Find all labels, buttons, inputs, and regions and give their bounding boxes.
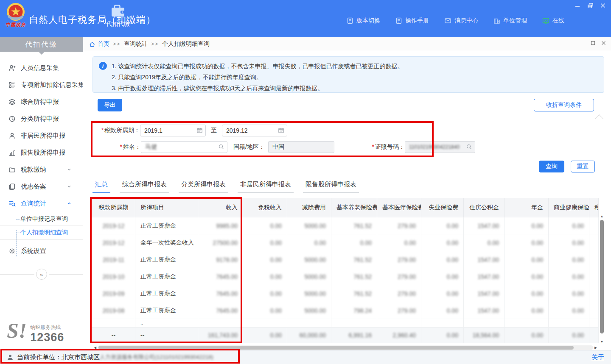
sidebar-item-query-statistics[interactable]: 查询统计 [0,195,83,212]
tab-classified-income[interactable]: 分类所得申报表 [179,181,228,193]
scroll-up-arrow-icon[interactable]: ▲ [599,214,605,219]
maximize-tab-icon[interactable] [591,41,595,45]
tab-comprehensive-income[interactable]: 综合所得申报表 [120,181,169,193]
horizontal-scrollbar-thumb[interactable] [98,346,574,350]
vertical-scrollbar[interactable]: ▲ ▼ [599,214,605,345]
table-cell: 0.00 [243,234,287,251]
sidebar-item-classified-income[interactable]: 分类所得申报 [0,110,83,127]
search-button[interactable]: 查询 [539,161,564,172]
scroll-down-arrow-icon[interactable]: ▼ [599,339,605,345]
documents-icon [8,183,16,190]
id-number-label: *证照号码： [334,143,405,151]
sidebar-item-tax-payment[interactable]: 税款缴纳 [0,161,83,178]
period-from-input[interactable]: 2019.1 [140,125,206,136]
sidebar-item-preferential-filing[interactable]: 优惠备案 [0,178,83,195]
close-tab-icon[interactable] [601,41,606,45]
message-center-button[interactable]: 消息中心 [444,17,478,25]
table-cell: 0.00 [421,234,464,251]
summary-table-wrap: 税款所属期所得项目收入免税收入减除费用基本养老保险费基本医疗保险费失业保险费住房… [92,198,598,343]
layers-icon [8,98,16,106]
breadcrumb-home[interactable]: 首页 [89,40,109,48]
table-cell: 1547.00 [464,217,504,234]
wallet-icon [110,4,126,18]
table-cell: 0.00 [243,251,287,268]
name-input[interactable]: 马健 [141,141,227,153]
table-cell [589,302,599,319]
person-plus-icon [8,64,16,72]
chevron-down-icon [67,184,72,189]
sidebar-item-personnel-info[interactable]: 人员信息采集 [0,59,83,76]
id-number-input[interactable]: 110102199304221840 [405,141,475,153]
sidebar-item-label: 非居民所得申报 [21,132,77,140]
table-cell: 6,991.16 [331,328,377,343]
table-cell [589,328,599,343]
table-header-cell: 收入 [198,198,243,217]
scroll-right-arrow-icon[interactable]: ▶ [593,346,598,350]
sidebar-item-comprehensive-income[interactable]: 综合所得申报 [0,93,83,110]
scroll-left-arrow-icon[interactable]: ◀ [92,346,98,350]
table-cell: 27500.00 [198,234,243,251]
vertical-scrollbar-thumb[interactable] [600,220,604,333]
minimize-button[interactable] [574,2,581,9]
export-button[interactable]: 导出 [98,99,122,111]
app-title: 自然人电子税务局（扣缴端） [29,14,156,26]
nationality-input[interactable]: 中国 [268,141,334,153]
folder-wallet-icon [8,166,16,173]
table-cell: 正常工资薪金 [135,285,198,302]
tab-daikou-daijiao[interactable]: 代扣代缴 [101,4,135,37]
bar-chart-icon [8,149,16,156]
period-from-value: 2019.1 [144,127,163,134]
restore-button[interactable] [586,2,594,9]
manual-button[interactable]: 操作手册 [395,17,429,25]
person-icon [8,132,16,139]
table-cell [589,251,599,268]
required-asterisk: * [372,143,374,150]
period-to-input[interactable]: 2019.12 [222,125,287,136]
national-emblem-icon [6,2,25,22]
search-icon[interactable] [466,144,472,150]
table-cell [331,319,377,328]
sidebar-item-restricted-shares[interactable]: 限售股所得申报 [0,144,83,161]
table-header-cell: 住房公积金 [464,198,504,217]
sidebar-collapse-button[interactable]: « [36,269,47,280]
current-unit-blurred: 人力资源服务有限公司(121101021993042218) [100,353,213,361]
period-to-value: 2019.12 [226,127,248,134]
table-cell: 全年一次性奖金收入 [135,234,198,251]
logo-caption: 中国税务 [3,22,28,28]
online-status[interactable]: 在线 [542,17,564,25]
table-cell: 279.00 [377,302,421,319]
table-cell: 761.52 [331,285,377,302]
close-button[interactable] [599,2,607,9]
search-icon[interactable] [218,144,224,150]
table-cell: 279.00 [377,217,421,234]
calendar-icon[interactable] [196,127,203,133]
tab-restricted-shares[interactable]: 限售股所得申报表 [303,181,359,193]
id-number-value-blurred: 110102199304221840 [409,144,460,150]
sidebar-item-nonresident-income[interactable]: 非居民所得申报 [0,127,83,144]
unit-management-button[interactable]: 单位管理 [493,17,527,25]
period-label: *税款所属期： [92,127,140,134]
calendar-icon[interactable] [278,127,284,133]
table-cell: 2019-11 [92,251,135,268]
table-header-cell: 所得项目 [135,198,198,217]
query-statistics-submenu: 单位申报记录查询 个人扣缴明细查询 [0,212,83,240]
sidebar-item-special-deduction[interactable]: 专项附加扣除信息采集 [0,76,83,93]
table-cell: 60,000.00 [287,328,331,343]
horizontal-scrollbar-track[interactable] [98,345,593,350]
sidebar-subitem-personal-withholding-query[interactable]: 个人扣缴明细查询 [0,226,83,239]
sidebar-subitem-label: 个人扣缴明细查询 [20,229,68,236]
sidebar-subitem-unit-declaration-query[interactable]: 单位申报记录查询 [0,212,83,226]
table-cell: 0.00 [243,302,287,319]
version-switch-button[interactable]: 版本切换 [347,17,380,25]
tab-nonresident-income[interactable]: 非居民所得申报表 [238,181,294,193]
table-cell: 7645.00 [198,285,243,302]
tab-summary[interactable]: 汇总 [92,181,110,193]
about-link[interactable]: 关于 [591,353,604,361]
sidebar-item-system-settings[interactable]: 系统设置 [0,242,83,259]
notice-line-1: 1. 该查询统计表仅能查询已申报成功的数据，不包含未申报、申报失败，已申报但已作… [112,61,598,72]
table-cell: 0.00 [421,251,464,268]
collapse-query-button[interactable]: 收折查询条件 [534,99,594,111]
table-cell: 0.00 [504,302,549,319]
current-unit-label: 当前操作单位： [17,353,62,361]
reset-button[interactable]: 重置 [571,161,595,172]
